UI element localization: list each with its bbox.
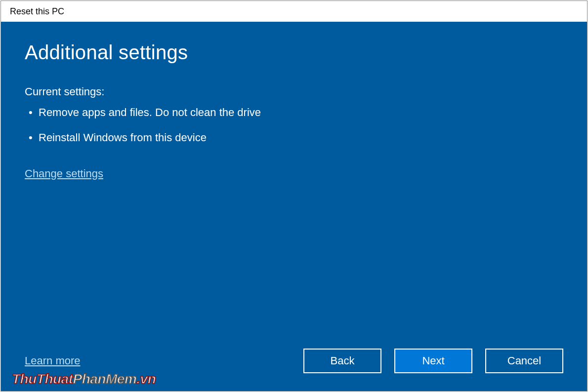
list-item: Remove apps and files. Do not clean the … [29, 105, 563, 120]
learn-more-link[interactable]: Learn more [25, 354, 81, 367]
cancel-button[interactable]: Cancel [485, 349, 563, 373]
dialog-window: Reset this PC Additional settings Curren… [0, 0, 588, 392]
change-settings-link[interactable]: Change settings [25, 167, 563, 180]
current-settings-heading: Current settings: [25, 85, 563, 98]
back-button[interactable]: Back [303, 349, 381, 373]
footer: Learn more Back Next Cancel [25, 349, 563, 376]
titlebar: Reset this PC [1, 1, 587, 22]
settings-list: Remove apps and files. Do not clean the … [29, 105, 563, 156]
button-row: Back Next Cancel [303, 349, 563, 373]
next-button[interactable]: Next [394, 349, 472, 373]
list-item: Reinstall Windows from this device [29, 130, 563, 146]
page-title: Additional settings [25, 41, 563, 64]
content-area: Additional settings Current settings: Re… [1, 22, 587, 391]
window-title: Reset this PC [10, 6, 64, 17]
